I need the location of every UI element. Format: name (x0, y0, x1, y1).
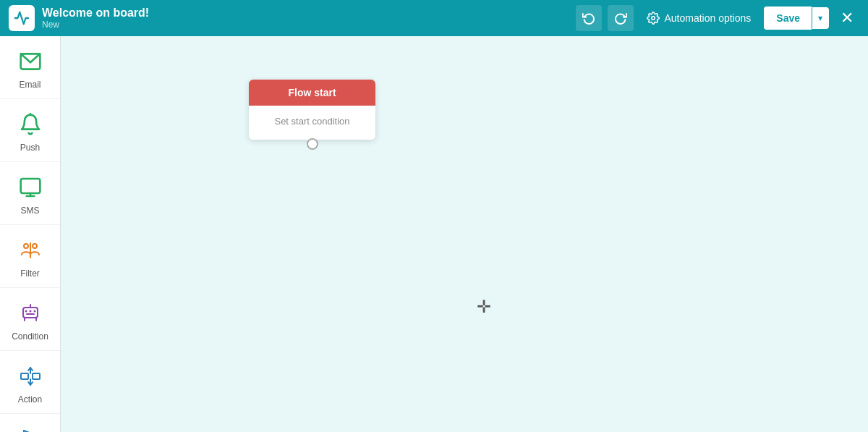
flow-start-node[interactable]: Flow start Set start condition (249, 80, 375, 140)
action-icon (17, 363, 44, 390)
sidebar-item-action-label: Action (18, 394, 42, 405)
sidebar-item-condition[interactable]: Condition (0, 288, 60, 351)
redo-button[interactable] (608, 5, 634, 31)
flow-node-header: Flow start (249, 80, 375, 106)
sidebar-item-email-label: Email (19, 80, 41, 90)
sidebar: Email Push SMS (0, 36, 61, 432)
svg-rect-9 (23, 308, 38, 318)
main-layout: Email Push SMS (0, 36, 868, 432)
save-dropdown-button[interactable]: ▾ (812, 7, 829, 29)
sidebar-item-sms-label: SMS (20, 206, 39, 216)
sidebar-item-action[interactable]: Action (0, 351, 60, 414)
svg-rect-3 (20, 179, 40, 193)
sidebar-item-email[interactable]: Email (0, 36, 60, 99)
automation-options-button[interactable]: Automation options (639, 7, 758, 29)
canvas[interactable]: Flow start Set start condition ✛ (61, 36, 868, 432)
sidebar-item-push[interactable]: Push (0, 99, 60, 162)
svg-point-0 (652, 17, 655, 20)
header-actions: Automation options Save ▾ ✕ (576, 5, 859, 31)
filter-icon (17, 237, 44, 264)
goal-icon (17, 425, 44, 432)
undo-button[interactable] (576, 5, 602, 31)
flow-node-body[interactable]: Set start condition (249, 106, 375, 140)
automation-options-label: Automation options (664, 12, 751, 24)
save-group: Save ▾ (764, 7, 829, 30)
header-title-group: Welcome on board! New (42, 7, 569, 30)
sidebar-item-condition-label: Condition (12, 331, 48, 342)
condition-icon (17, 300, 44, 327)
email-icon (17, 48, 44, 75)
app-logo (9, 5, 35, 31)
svg-rect-18 (33, 373, 40, 379)
save-button[interactable]: Save (764, 7, 812, 30)
move-cursor-icon: ✛ (477, 297, 491, 317)
sms-icon (17, 174, 44, 201)
sidebar-item-goal[interactable]: Goal (0, 414, 60, 432)
header: Welcome on board! New Automation options… (0, 0, 868, 36)
sidebar-item-filter[interactable]: Filter (0, 225, 60, 288)
svg-point-6 (24, 244, 28, 248)
flow-node-connector[interactable] (307, 138, 318, 150)
sidebar-item-push-label: Push (20, 143, 40, 153)
sidebar-item-sms[interactable]: SMS (0, 162, 60, 225)
close-button[interactable]: ✕ (835, 6, 859, 30)
push-icon (17, 111, 44, 138)
page-title: Welcome on board! (42, 7, 569, 20)
page-subtitle: New (42, 20, 569, 30)
svg-rect-17 (21, 373, 28, 379)
svg-point-7 (33, 244, 37, 248)
sidebar-item-filter-label: Filter (20, 268, 40, 279)
